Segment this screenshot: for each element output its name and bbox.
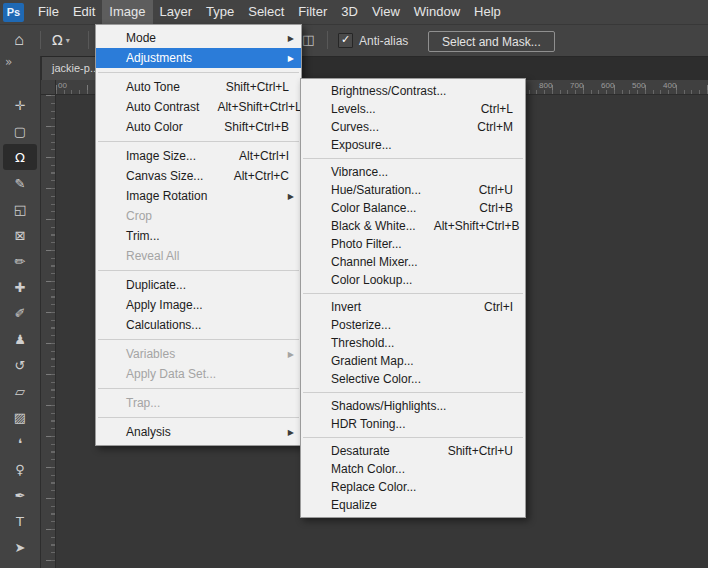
move-tool[interactable]: ✛ [3, 92, 37, 118]
menu-item-canvas-size[interactable]: Canvas Size...Alt+Ctrl+C [96, 166, 301, 186]
selection-mode-icon[interactable]: ◫ [302, 32, 314, 47]
menu-item-shadows-highlights[interactable]: Shadows/Highlights... [301, 397, 525, 415]
history-brush-tool[interactable]: ↺ [3, 352, 37, 378]
menubar-item-select[interactable]: Select [241, 0, 291, 24]
quick-selection-tool[interactable]: ✎ [3, 170, 37, 196]
menu-item-color-balance[interactable]: Color Balance...Ctrl+B [301, 199, 525, 217]
menu-item-match-color[interactable]: Match Color... [301, 460, 525, 478]
menu-item-posterize[interactable]: Posterize... [301, 316, 525, 334]
menu-item-image-size[interactable]: Image Size...Alt+Ctrl+I [96, 146, 301, 166]
menu-item-mode[interactable]: Mode▶ [96, 28, 301, 48]
menu-item-shortcut: Alt+Ctrl+C [216, 169, 289, 183]
menu-item-label: Trap... [126, 396, 160, 410]
brush-tool[interactable]: ✐ [3, 300, 37, 326]
ruler-label: 00 [58, 81, 67, 90]
menu-item-label: Auto Color [126, 120, 183, 134]
menu-item-calculations[interactable]: Calculations... [96, 315, 301, 335]
menubar-item-view[interactable]: View [365, 0, 407, 24]
lasso-tool[interactable]: Ω [3, 144, 37, 170]
path-selection-tool[interactable]: ➤ [3, 534, 37, 560]
menu-item-black-white[interactable]: Black & White...Alt+Shift+Ctrl+B [301, 217, 525, 235]
collapse-toolbar-button[interactable]: » [0, 56, 40, 72]
eraser-tool-icon: ▱ [15, 384, 25, 399]
menu-item-auto-tone[interactable]: Auto ToneShift+Ctrl+L [96, 77, 301, 97]
eraser-tool[interactable]: ▱ [3, 378, 37, 404]
menu-item-duplicate[interactable]: Duplicate... [96, 275, 301, 295]
menu-item-brightness-contrast[interactable]: Brightness/Contrast... [301, 82, 525, 100]
menu-item-replace-color[interactable]: Replace Color... [301, 478, 525, 496]
tool-preset-picker[interactable]: Ω ▾ [48, 29, 74, 51]
menu-item-equalize[interactable]: Equalize [301, 496, 525, 514]
menu-item-label: Black & White... [331, 219, 416, 233]
menu-item-vibrance[interactable]: Vibrance... [301, 163, 525, 181]
clone-stamp-tool[interactable]: ♟ [3, 326, 37, 352]
pen-tool[interactable]: ✒ [3, 482, 37, 508]
crop-tool[interactable]: ◱ [3, 196, 37, 222]
blur-tool[interactable]: ❛ [3, 430, 37, 456]
image-menu: Mode▶Adjustments▶Auto ToneShift+Ctrl+LAu… [95, 24, 302, 446]
menu-item-crop[interactable]: Crop [96, 206, 301, 226]
frame-tool[interactable]: ⊠ [3, 222, 37, 248]
ruler-label: 600 [601, 81, 614, 90]
menu-item-label: Adjustments [126, 51, 192, 65]
menu-item-curves[interactable]: Curves...Ctrl+M [301, 118, 525, 136]
menu-item-color-lookup[interactable]: Color Lookup... [301, 271, 525, 289]
checkmark-icon: ✓ [341, 33, 350, 46]
menu-item-adjustments[interactable]: Adjustments▶ [96, 48, 301, 68]
menu-item-apply-image[interactable]: Apply Image... [96, 295, 301, 315]
gradient-tool[interactable]: ▨ [3, 404, 37, 430]
menubar-item-layer[interactable]: Layer [153, 0, 200, 24]
ruler-label: 500 [632, 81, 645, 90]
menu-item-label: Hue/Saturation... [331, 183, 421, 197]
menubar-item-edit[interactable]: Edit [66, 0, 102, 24]
menu-item-reveal-all[interactable]: Reveal All [96, 246, 301, 266]
menu-item-label: Mode [126, 31, 156, 45]
menu-separator [303, 158, 523, 159]
ruler-origin-corner[interactable] [41, 80, 56, 95]
menu-item-variables[interactable]: Variables▶ [96, 344, 301, 364]
menubar-item-filter[interactable]: Filter [291, 0, 334, 24]
healing-brush-tool[interactable]: ✚ [3, 274, 37, 300]
home-icon: ⌂ [14, 31, 24, 48]
vertical-ruler[interactable] [41, 95, 56, 568]
menu-item-trap[interactable]: Trap... [96, 393, 301, 413]
menu-separator [98, 141, 299, 142]
menubar-item-help[interactable]: Help [467, 0, 508, 24]
dodge-tool[interactable]: ♀ [3, 456, 37, 482]
rectangular-marquee-tool[interactable]: ▢ [3, 118, 37, 144]
menu-item-label: Match Color... [331, 462, 405, 476]
menubar-item-window[interactable]: Window [407, 0, 467, 24]
menubar-item-file[interactable]: File [31, 0, 66, 24]
menu-item-label: Auto Tone [126, 80, 180, 94]
menu-item-image-rotation[interactable]: Image Rotation▶ [96, 186, 301, 206]
menu-item-analysis[interactable]: Analysis▶ [96, 422, 301, 442]
menu-item-photo-filter[interactable]: Photo Filter... [301, 235, 525, 253]
menu-item-invert[interactable]: InvertCtrl+I [301, 298, 525, 316]
menu-item-hdr-toning[interactable]: HDR Toning... [301, 415, 525, 433]
menu-item-selective-color[interactable]: Selective Color... [301, 370, 525, 388]
menu-item-hue-saturation[interactable]: Hue/Saturation...Ctrl+U [301, 181, 525, 199]
menu-item-levels[interactable]: Levels...Ctrl+L [301, 100, 525, 118]
menu-item-trim[interactable]: Trim... [96, 226, 301, 246]
menubar-items: FileEditImageLayerTypeSelectFilter3DView… [31, 0, 508, 24]
menu-item-label: Shadows/Highlights... [331, 399, 446, 413]
menu-item-auto-color[interactable]: Auto ColorShift+Ctrl+B [96, 117, 301, 137]
home-button[interactable]: ⌂ [6, 29, 32, 51]
menubar-item-type[interactable]: Type [199, 0, 241, 24]
menu-item-channel-mixer[interactable]: Channel Mixer... [301, 253, 525, 271]
options-divider [40, 31, 41, 49]
menu-item-desaturate[interactable]: DesaturateShift+Ctrl+U [301, 442, 525, 460]
eyedropper-tool[interactable]: ✏ [3, 248, 37, 274]
select-and-mask-button[interactable]: Select and Mask... [428, 31, 555, 52]
menubar-item-3d[interactable]: 3D [334, 0, 365, 24]
type-tool[interactable]: T [3, 508, 37, 534]
menu-item-exposure[interactable]: Exposure... [301, 136, 525, 154]
menu-item-auto-contrast[interactable]: Auto ContrastAlt+Shift+Ctrl+L [96, 97, 301, 117]
menubar-item-image[interactable]: Image [102, 0, 152, 24]
menu-item-threshold[interactable]: Threshold... [301, 334, 525, 352]
menu-item-apply-data-set[interactable]: Apply Data Set... [96, 364, 301, 384]
menu-item-gradient-map[interactable]: Gradient Map... [301, 352, 525, 370]
menu-item-shortcut: Ctrl+B [461, 201, 513, 215]
menu-item-shortcut: Shift+Ctrl+B [206, 120, 289, 134]
anti-alias-checkbox[interactable]: ✓ Anti-alias [338, 33, 408, 48]
